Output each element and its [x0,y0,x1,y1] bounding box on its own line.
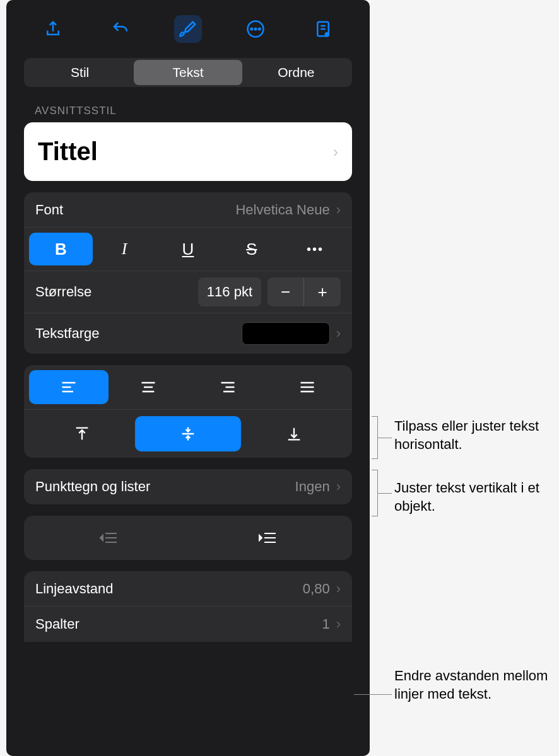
callout-line [354,694,392,695]
callout-halign: Tilpass eller juster tekst horisontalt. [394,417,559,453]
bullets-row[interactable]: Punkttegn og lister Ingen › [24,469,352,504]
columns-value: 1 [322,616,329,632]
indent-group [24,516,352,560]
align-center-button[interactable] [109,370,188,404]
horizontal-align-row [24,365,352,410]
line-spacing-label: Linjeavstand [35,581,303,597]
valign-middle-button[interactable] [135,416,241,451]
vertical-align-row [24,410,352,458]
text-color-label: Tekstfarge [35,325,242,342]
format-brush-button[interactable] [174,15,202,43]
size-decrease-button[interactable]: − [268,277,304,306]
callout-line [378,493,392,494]
format-panel: Stil Tekst Ordne AVSNITTSSTIL Tittel › F… [6,0,370,756]
text-color-row[interactable]: Tekstfarge › [24,313,352,354]
segmented-control: Stil Tekst Ordne [24,58,352,87]
columns-label: Spalter [35,616,322,632]
size-increase-button[interactable]: + [304,277,341,306]
align-justify-button[interactable] [268,370,347,404]
callout-valign: Juster tekst vertikalt i et objekt. [394,479,559,515]
chevron-right-icon: › [336,616,341,632]
align-left-button[interactable] [29,370,109,404]
font-group: Font Helvetica Neue › B I U S ••• Større… [24,192,352,354]
align-right-button[interactable] [188,370,268,404]
chevron-right-icon: › [333,143,338,161]
paragraph-style-picker[interactable]: Tittel › [24,122,352,181]
more-button[interactable] [242,15,269,43]
valign-bottom-button[interactable] [241,416,347,451]
bullets-value: Ingen [295,479,330,495]
top-toolbar [6,0,370,58]
svg-point-3 [259,28,261,30]
tab-tekst[interactable]: Tekst [134,60,242,85]
tab-ordne[interactable]: Ordne [242,60,350,85]
strikethrough-button[interactable]: S [220,233,283,265]
bullets-label: Punkttegn og lister [35,479,295,495]
line-spacing-row[interactable]: Linjeavstand 0,80 › [24,571,352,607]
underline-button[interactable]: U [156,233,220,265]
indent-button[interactable] [188,523,347,552]
section-label-avsnittsstil: AVSNITTSSTIL [6,98,370,122]
size-value[interactable]: 116 pkt [198,277,261,306]
svg-point-1 [251,28,253,30]
size-row: Størrelse 116 pkt − + [24,271,352,313]
outdent-button[interactable] [29,523,188,552]
tab-stil[interactable]: Stil [26,60,134,85]
svg-point-2 [255,28,257,30]
more-styles-button[interactable]: ••• [283,233,347,265]
svg-point-7 [325,32,330,37]
chevron-right-icon: › [336,325,341,342]
font-value: Helvetica Neue [235,202,329,218]
callout-bracket [372,416,378,459]
chevron-right-icon: › [336,479,341,495]
text-style-buttons: B I U S ••• [24,228,352,271]
chevron-right-icon: › [336,202,341,218]
undo-button[interactable] [107,15,134,43]
italic-button[interactable]: I [93,233,156,265]
paragraph-style-value: Tittel [38,137,98,166]
alignment-group [24,365,352,458]
font-label: Font [35,202,235,218]
valign-top-button[interactable] [29,416,135,451]
bullets-group: Punkttegn og lister Ingen › [24,469,352,504]
bold-button[interactable]: B [29,233,93,265]
line-spacing-value: 0,80 [303,581,330,597]
color-swatch[interactable] [242,322,330,345]
size-label: Størrelse [35,284,192,300]
columns-row[interactable]: Spalter 1 › [24,607,352,642]
callout-spacing: Endre avstanden mellom linjer med tekst. [394,667,559,703]
indent-row [24,516,352,560]
chevron-right-icon: › [336,581,341,597]
reader-button[interactable] [309,15,337,43]
spacing-group: Linjeavstand 0,80 › Spalter 1 › [24,571,352,642]
callout-bracket [372,470,378,516]
font-row[interactable]: Font Helvetica Neue › [24,192,352,228]
share-button[interactable] [39,15,67,43]
size-stepper: − + [268,277,341,306]
callout-line [378,438,392,438]
